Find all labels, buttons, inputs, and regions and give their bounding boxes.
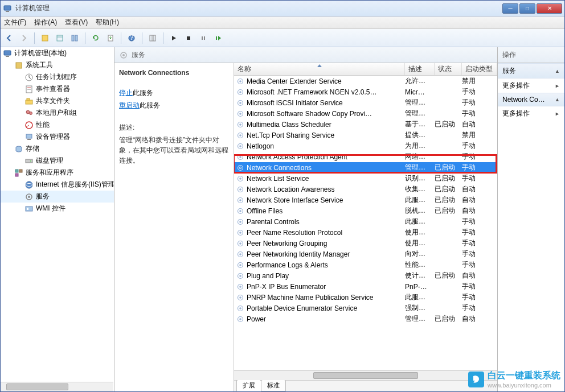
service-row[interactable]: Microsoft Software Shadow Copy Provi…管理…… bbox=[234, 108, 497, 119]
tree-pane[interactable]: 计算机管理(本地)系统工具任务计划程序事件查看器共享文件夹本地用户和组性能设备管… bbox=[1, 47, 114, 391]
action-group-header[interactable]: Network Co…▲ bbox=[498, 93, 564, 106]
service-desc: 为用… bbox=[405, 141, 435, 151]
close-button[interactable]: ✕ bbox=[537, 3, 562, 14]
svg-rect-16 bbox=[216, 36, 217, 40]
service-start: 手动 bbox=[462, 152, 497, 162]
tree-item[interactable]: 共享文件夹 bbox=[1, 95, 114, 107]
service-row[interactable]: Network Store Interface Service此服…已启动自动 bbox=[234, 195, 497, 205]
svg-point-49 bbox=[239, 91, 241, 93]
columns-button[interactable] bbox=[146, 32, 159, 44]
service-desc: 网络… bbox=[405, 152, 435, 162]
tree-root[interactable]: 计算机管理(本地) bbox=[1, 47, 114, 59]
service-start: 自动 bbox=[462, 206, 497, 216]
action-pane-header: 操作 bbox=[498, 47, 564, 63]
action-item[interactable]: 更多操作► bbox=[498, 79, 564, 93]
tree-item[interactable]: 本地用户和组 bbox=[1, 107, 114, 119]
service-row[interactable]: Performance Logs & Alerts性能…手动 bbox=[234, 259, 497, 270]
gear-icon bbox=[236, 250, 244, 258]
service-row[interactable]: Network Location Awareness收集…已启动自动 bbox=[234, 184, 497, 195]
start-service-button[interactable] bbox=[167, 32, 180, 44]
forward-button[interactable] bbox=[18, 32, 30, 44]
service-row[interactable]: Netlogon为用…手动 bbox=[234, 141, 497, 151]
restart-service-button[interactable] bbox=[212, 32, 224, 44]
tab-standard[interactable]: 标准 bbox=[261, 379, 286, 391]
service-row[interactable]: PnP-X IP Bus EnumeratorPnP-…手动 bbox=[234, 281, 497, 292]
back-button[interactable] bbox=[3, 32, 15, 44]
service-row[interactable]: Network List Service识别…已启动手动 bbox=[234, 173, 497, 184]
tree-item[interactable]: 任务计划程序 bbox=[1, 71, 114, 83]
minimize-button[interactable]: ─ bbox=[502, 3, 518, 14]
svg-point-61 bbox=[239, 156, 241, 158]
service-row[interactable]: Parental Controls此服…手动 bbox=[234, 216, 497, 227]
tree-item[interactable]: 事件查看器 bbox=[1, 83, 114, 95]
service-row[interactable]: Offline Files脱机…已启动自动 bbox=[234, 205, 497, 216]
tree-group[interactable]: 服务和应用程序 bbox=[1, 167, 114, 179]
gear-icon bbox=[236, 240, 244, 247]
tree-item[interactable]: WMI 控件 bbox=[1, 203, 114, 214]
service-row[interactable]: PNRP Machine Name Publication Service此服…… bbox=[234, 292, 497, 303]
clock-icon bbox=[24, 73, 34, 82]
svg-point-89 bbox=[239, 307, 241, 310]
tree-item[interactable]: 性能 bbox=[1, 119, 114, 131]
service-row[interactable]: Network Connections管理…已启动手动 bbox=[234, 162, 497, 173]
properties-button[interactable] bbox=[54, 32, 66, 44]
export-button[interactable] bbox=[68, 32, 81, 44]
menu-view[interactable]: 查看(V) bbox=[65, 18, 88, 27]
service-start: 手动 bbox=[462, 249, 497, 259]
menu-file[interactable]: 文件(F) bbox=[4, 18, 26, 27]
gear-icon bbox=[236, 196, 244, 204]
column-desc[interactable]: 描述 bbox=[405, 63, 435, 75]
menu-help[interactable]: 帮助(H) bbox=[96, 18, 119, 27]
service-row[interactable]: Microsoft .NET Framework NGEN v2.0.5…Mic… bbox=[234, 86, 497, 97]
gear-icon bbox=[236, 304, 244, 312]
show-hide-button[interactable] bbox=[39, 32, 51, 44]
column-start[interactable]: 启动类型 bbox=[462, 63, 497, 75]
service-row[interactable]: Media Center Extender Service允许…禁用 bbox=[234, 76, 497, 86]
service-desc: 提供… bbox=[405, 130, 435, 140]
pause-service-button[interactable] bbox=[197, 32, 210, 44]
svg-point-47 bbox=[239, 80, 241, 82]
svg-rect-1 bbox=[6, 11, 9, 12]
maximize-button[interactable]: □ bbox=[519, 3, 535, 14]
menu-action[interactable]: 操作(A) bbox=[34, 18, 57, 27]
horizontal-scrollbar[interactable] bbox=[234, 370, 497, 380]
restart-service-link[interactable]: 重启动 bbox=[119, 101, 140, 109]
tree-item[interactable]: 磁盘管理 bbox=[1, 155, 114, 167]
service-row[interactable]: Plug and Play使计…已启动自动 bbox=[234, 270, 497, 281]
refresh-button[interactable] bbox=[89, 32, 102, 44]
help-button[interactable]: ? bbox=[125, 32, 138, 44]
service-row[interactable]: Portable Device Enumerator Service强制…手动 bbox=[234, 303, 497, 313]
service-row[interactable]: Peer Networking Identity Manager向对…手动 bbox=[234, 249, 497, 259]
service-start: 自动 bbox=[462, 271, 497, 280]
action-item[interactable]: 更多操作► bbox=[498, 106, 564, 121]
stop-service-link[interactable]: 停止 bbox=[119, 89, 133, 97]
tree-group[interactable]: 存储 bbox=[1, 143, 114, 155]
service-start: 自动 bbox=[462, 119, 497, 129]
tree-group[interactable]: 系统工具 bbox=[1, 59, 114, 71]
share-icon bbox=[24, 97, 34, 106]
action-pane: 操作 服务▲更多操作►Network Co…▲更多操作► bbox=[497, 47, 564, 391]
stop-service-button[interactable] bbox=[182, 32, 195, 44]
service-row[interactable]: Network Access Protection Agent网络…手动 bbox=[234, 151, 497, 162]
service-row[interactable]: Net.Tcp Port Sharing Service提供…禁用 bbox=[234, 130, 497, 141]
tree-item[interactable]: Internet 信息服务(IIS)管理器 bbox=[1, 179, 114, 191]
service-row[interactable]: Microsoft iSCSI Initiator Service管理…手动 bbox=[234, 97, 497, 108]
service-row[interactable]: Peer Name Resolution Protocol使用…手动 bbox=[234, 227, 497, 238]
tab-extended[interactable]: 扩展 bbox=[236, 379, 261, 391]
service-desc: 使用… bbox=[405, 228, 435, 237]
action-group-header[interactable]: 服务▲ bbox=[498, 63, 564, 79]
service-start: 手动 bbox=[462, 303, 497, 313]
column-status[interactable]: 状态 bbox=[435, 63, 462, 75]
svg-point-79 bbox=[239, 253, 241, 255]
service-row[interactable]: Multimedia Class Scheduler基于…已启动自动 bbox=[234, 119, 497, 130]
tree-item[interactable]: 设备管理器 bbox=[1, 131, 114, 143]
tree-item[interactable]: 服务 bbox=[1, 191, 114, 203]
service-row[interactable]: Peer Networking Grouping使用…手动 bbox=[234, 238, 497, 249]
service-row[interactable]: Power管理…已启动自动 bbox=[234, 313, 497, 324]
service-desc: 此服… bbox=[405, 195, 435, 205]
service-status: 已启动 bbox=[435, 174, 462, 183]
export-list-button[interactable] bbox=[104, 32, 117, 44]
service-name: Peer Networking Grouping bbox=[247, 240, 405, 247]
tree-horizontal-scrollbar[interactable] bbox=[1, 382, 113, 391]
column-name[interactable]: 名称 bbox=[234, 63, 405, 75]
